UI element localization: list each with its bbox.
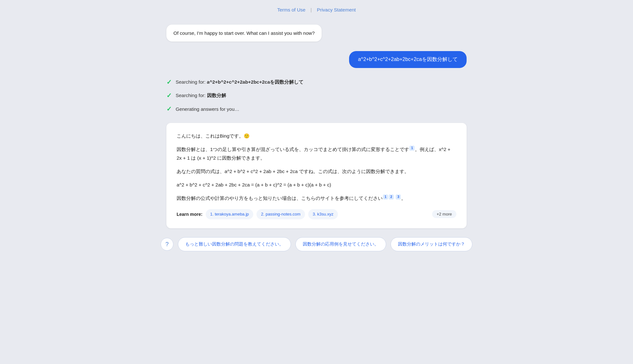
- question-icon: ?: [165, 241, 169, 248]
- status-text-1: Searching for: a^2+b^2+c^2+2ab+2bc+2caを因…: [176, 79, 303, 85]
- suggestion-button-3[interactable]: 因数分解のメリットは何ですか？: [391, 237, 472, 251]
- status-prefix-1: Searching for:: [176, 79, 207, 85]
- response-paragraph2: あなたの質問の式は、a^2 + b^2 + c^2 + 2ab + 2bc + …: [177, 167, 456, 176]
- check-icon-3: ✓: [166, 105, 172, 113]
- status-bold-1: a^2+b^2+c^2+2ab+2bc+2caを因数分解して: [207, 79, 304, 85]
- learn-more-label: Learn more:: [177, 210, 202, 218]
- status-list: ✓ Searching for: a^2+b^2+c^2+2ab+2bc+2ca…: [166, 78, 467, 113]
- suggestion-button-1[interactable]: もっと難しい因数分解の問題を教えてください。: [178, 237, 291, 251]
- top-bar: Terms of Use | Privacy Statement: [0, 0, 633, 18]
- status-item-3: ✓ Generating answers for you…: [166, 105, 467, 113]
- status-item-2: ✓ Searching for: 因数分解: [166, 92, 467, 99]
- check-icon-1: ✓: [166, 78, 172, 86]
- user-message-text: a^2+b^2+c^2+2ab+2bc+2caを因数分解して: [349, 51, 467, 68]
- status-item-1: ✓ Searching for: a^2+b^2+c^2+2ab+2bc+2ca…: [166, 78, 467, 86]
- learn-more-more-button[interactable]: +2 more: [432, 210, 456, 218]
- assistant-message-text: Of course, I'm happy to start over. What…: [166, 25, 322, 42]
- chat-container: Of course, I'm happy to start over. What…: [160, 18, 473, 228]
- status-bold-2: 因数分解: [207, 93, 226, 98]
- status-prefix-2: Searching for:: [176, 93, 207, 98]
- citation-3c[interactable]: 3: [396, 194, 401, 200]
- learn-more-link-3[interactable]: 3. k3su.xyz: [308, 209, 338, 220]
- greeting-text: こんにちは、これはBingです。🙂: [177, 133, 250, 139]
- response-greeting: こんにちは、これはBingです。🙂: [177, 132, 456, 140]
- learn-more-link-1[interactable]: 1. terakoya.ameba.jp: [206, 209, 253, 220]
- suggestion-icon-button[interactable]: ?: [161, 238, 173, 251]
- citation-1[interactable]: 1: [409, 146, 415, 151]
- assistant-bubble: Of course, I'm happy to start over. What…: [166, 18, 467, 42]
- check-icon-2: ✓: [166, 92, 172, 99]
- learn-more-row: Learn more: 1. terakoya.ameba.jp 2. pass…: [177, 209, 456, 220]
- response-card: こんにちは、これはBingです。🙂 因数分解とは、1つの足し算や引き算が混ざって…: [166, 123, 467, 228]
- topbar-divider: |: [310, 7, 312, 12]
- response-paragraph3: 因数分解の公式や計算のやり方をもっと知りたい場合は、こちらのサイトを参考にしてく…: [177, 194, 456, 202]
- learn-more-link-2[interactable]: 2. passing-notes.com: [256, 209, 305, 220]
- response-paragraph1: 因数分解とは、1つの足し算や引き算が混ざっている式を、カッコでまとめて掛け算の式…: [177, 145, 456, 162]
- suggestions-bar: ? もっと難しい因数分解の問題を教えてください。 因数分解の応用例を見せてくださ…: [0, 228, 633, 258]
- status-text-3: Generating answers for you…: [176, 106, 239, 112]
- terms-of-use-link[interactable]: Terms of Use: [277, 7, 305, 12]
- suggestion-button-2[interactable]: 因数分解の応用例を見せてください。: [295, 237, 386, 251]
- status-text-2: Searching for: 因数分解: [176, 93, 226, 99]
- citation-3a[interactable]: 1: [383, 194, 388, 200]
- user-bubble-row: a^2+b^2+c^2+2ab+2bc+2caを因数分解して: [166, 51, 467, 68]
- citation-3b[interactable]: 2: [389, 194, 394, 200]
- response-formula: a^2 + b^2 + c^2 + 2ab + 2bc + 2ca = (a +…: [177, 181, 456, 189]
- privacy-statement-link[interactable]: Privacy Statement: [317, 7, 356, 12]
